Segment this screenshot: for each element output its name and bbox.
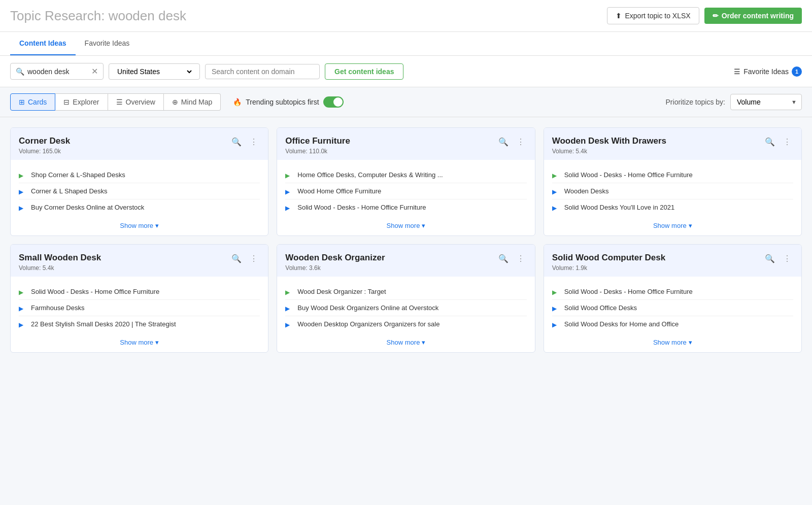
more-options-icon[interactable]: ⋮ [248,136,260,148]
serp-item[interactable]: Solid Wood - Desks - Home Office Furnitu… [19,284,260,300]
serp-item[interactable]: Wooden Desks [552,183,793,199]
serp-item-text: Solid Wood Desks for Home and Office [564,320,679,328]
show-more-button[interactable]: Show more ▾ [387,222,426,229]
show-more-wrap: Show more ▾ [277,215,534,235]
serp-item[interactable]: Solid Wood - Desks - Home Office Furnitu… [552,284,793,300]
blue-arrow-icon [285,321,293,328]
serp-item[interactable]: Wooden Desktop Organizers Organizers for… [285,316,526,332]
serp-item[interactable]: Buy Wood Desk Organizers Online at Overs… [285,300,526,316]
card-header: Small Wooden Desk Volume: 5.4k 🔍 ⋮ [11,245,268,277]
keyword-input[interactable] [27,68,88,76]
order-content-button[interactable]: ✏ Order content writing [704,8,802,24]
blue-arrow-icon [285,188,293,195]
search-icon[interactable]: 🔍 [229,136,244,148]
page-title: Topic Research: wooden desk [10,8,186,24]
explorer-icon: ⊟ [63,98,70,106]
serp-item[interactable]: Solid Wood - Desks - Home Office Furnitu… [285,199,526,215]
more-options-icon[interactable]: ⋮ [515,253,527,264]
favorite-ideas-button[interactable]: ☰ Favorite Ideas 1 [734,66,802,77]
chevron-down-icon: ▾ [689,222,692,229]
card-body: Shop Corner & L-Shaped Desks Corner & L … [11,160,268,215]
view-tab-explorer[interactable]: ⊟ Explorer [55,93,108,111]
trending-toggle[interactable] [323,96,344,108]
view-tab-mind-map[interactable]: ⊕ Mind Map [164,93,221,111]
serp-item-text: Wood Home Office Furniture [297,187,381,195]
show-more-button[interactable]: Show more ▾ [653,222,692,229]
card-body: Solid Wood - Desks - Home Office Furnitu… [544,160,801,215]
card-header: Office Furniture Volume: 110.0k 🔍 ⋮ [277,128,534,160]
view-tab-overview[interactable]: ☰ Overview [108,93,164,111]
show-more-button[interactable]: Show more ▾ [120,222,159,229]
serp-item[interactable]: Wood Home Office Furniture [285,183,526,199]
serp-item[interactable]: Wood Desk Organizer : Target [285,284,526,300]
chevron-down-icon: ▾ [155,339,159,346]
show-more-button[interactable]: Show more ▾ [387,339,426,346]
top-bar: Topic Research: wooden desk ⬆ Export top… [0,0,812,32]
blue-arrow-icon [19,188,27,195]
serp-item[interactable]: Shop Corner & L-Shaped Desks [19,167,260,183]
card-volume: Volume: 1.9k [552,264,666,272]
serp-item-text: Solid Wood Desks You'll Love in 2021 [564,204,675,211]
search-icon: 🔍 [16,68,24,76]
blue-arrow-icon [19,321,27,328]
tab-favorite-ideas[interactable]: Favorite Ideas [76,32,139,55]
card-header-actions: 🔍 ⋮ [496,253,527,264]
prioritize-dropdown[interactable]: Volume Efficiency Topic Efficiency [730,94,802,110]
serp-item[interactable]: Farmhouse Desks [19,300,260,316]
serp-item[interactable]: Home Office Desks, Computer Desks & Writ… [285,167,526,183]
clear-search-button[interactable]: ✕ [91,66,98,76]
export-button[interactable]: ⬆ Export topic to XLSX [607,7,699,24]
blue-arrow-icon [552,188,560,195]
show-more-button[interactable]: Show more ▾ [653,339,692,346]
country-selector[interactable]: United States United Kingdom Canada Aust… [109,63,200,80]
serp-item[interactable]: Corner & L Shaped Desks [19,183,260,199]
more-options-icon[interactable]: ⋮ [515,136,527,148]
serp-item-text: Shop Corner & L-Shaped Desks [31,171,125,179]
card-volume: Volume: 110.0k [285,148,350,155]
serp-item[interactable]: Solid Wood Desks You'll Love in 2021 [552,199,793,215]
view-tab-cards[interactable]: ⊞ Cards [10,93,55,111]
card-wooden-desk-organizer: Wooden Desk Organizer Volume: 3.6k 🔍 ⋮ W… [277,244,535,353]
serp-item[interactable]: 22 Best Stylish Small Desks 2020 | The S… [19,316,260,332]
card-header-actions: 🔍 ⋮ [229,136,260,148]
green-arrow-icon [19,288,27,295]
cards-icon: ⊞ [19,98,25,106]
serp-item[interactable]: Solid Wood Desks for Home and Office [552,316,793,332]
prioritize-wrap: Prioritize topics by: Volume Efficiency … [666,94,802,110]
top-bar-actions: ⬆ Export topic to XLSX ✏ Order content w… [607,7,802,24]
more-options-icon[interactable]: ⋮ [781,136,793,148]
show-more-button[interactable]: Show more ▾ [120,339,159,346]
card-header-actions: 🔍 ⋮ [496,136,527,148]
green-arrow-icon [19,172,27,179]
filters-bar: 🔍 ✕ United States United Kingdom Canada … [0,56,812,87]
card-small-wooden-desk: Small Wooden Desk Volume: 5.4k 🔍 ⋮ Solid… [10,244,268,353]
search-icon[interactable]: 🔍 [229,253,244,264]
get-ideas-button[interactable]: Get content ideas [325,63,403,80]
blue-arrow-icon [552,321,560,328]
serp-item-text: Wooden Desktop Organizers Organizers for… [297,320,439,328]
more-options-icon[interactable]: ⋮ [248,253,260,264]
serp-item[interactable]: Solid Wood - Desks - Home Office Furnitu… [552,167,793,183]
card-title: Wooden Desk Organizer [285,253,385,263]
domain-search-wrap [205,64,320,79]
fire-icon: 🔥 [233,98,242,106]
trending-wrap: 🔥 Trending subtopics first [233,96,343,108]
search-icon[interactable]: 🔍 [763,253,777,264]
prioritize-select-wrap: Volume Efficiency Topic Efficiency [730,94,802,110]
search-icon[interactable]: 🔍 [763,136,777,148]
tab-content-ideas[interactable]: Content Ideas [10,32,76,55]
serp-item[interactable]: Buy Corner Desks Online at Overstock [19,199,260,215]
search-icon[interactable]: 🔍 [496,253,511,264]
page-title-dynamic: wooden desk [109,8,186,23]
card-body: Home Office Desks, Computer Desks & Writ… [277,160,534,215]
export-icon: ⬆ [616,12,622,20]
domain-input[interactable] [212,68,313,76]
card-title: Wooden Desk With Drawers [552,136,666,146]
more-options-icon[interactable]: ⋮ [781,253,793,264]
tabs-bar: Content Ideas Favorite Ideas [0,32,812,56]
serp-item-text: Solid Wood - Desks - Home Office Furnitu… [564,288,693,295]
serp-item-text: Wooden Desks [564,187,609,195]
serp-item[interactable]: Solid Wood Office Desks [552,300,793,316]
country-dropdown[interactable]: United States United Kingdom Canada Aust… [115,67,193,76]
search-icon[interactable]: 🔍 [496,136,511,148]
